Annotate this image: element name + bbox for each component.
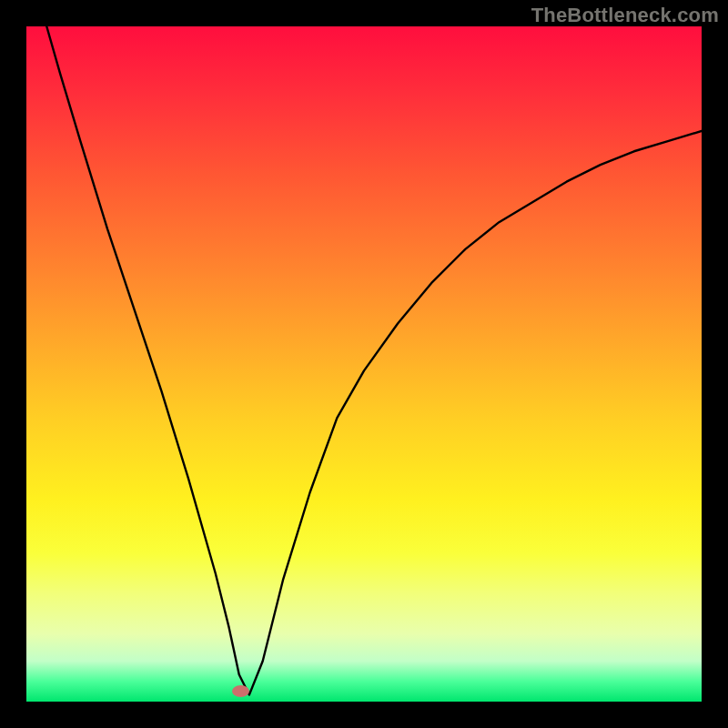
chart-plot-area xyxy=(26,26,702,702)
chart-frame: TheBottleneck.com xyxy=(0,0,728,728)
watermark-label: TheBottleneck.com xyxy=(531,4,719,27)
bottleneck-curve xyxy=(26,26,702,702)
